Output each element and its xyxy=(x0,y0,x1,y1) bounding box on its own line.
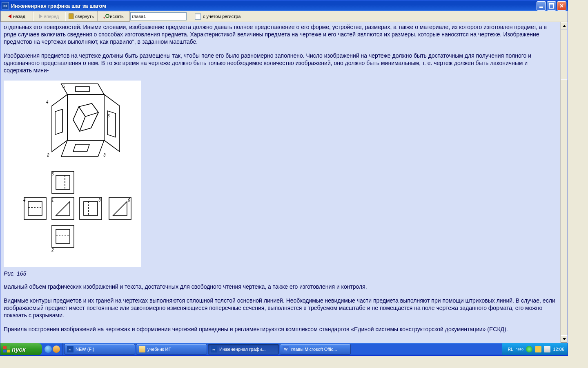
case-label: с учетом регистра xyxy=(203,14,241,19)
content-area: отдельных его поверхностей. Иными словам… xyxy=(0,22,568,343)
checkbox-icon[interactable] xyxy=(195,13,201,20)
back-label: назад xyxy=(13,14,25,19)
tray-removable-icon[interactable] xyxy=(544,346,550,352)
collapse-icon xyxy=(69,13,74,19)
task-label: Инжененрная графи... xyxy=(219,347,266,352)
search-label: искать xyxy=(110,14,123,19)
svg-line-10 xyxy=(79,107,85,117)
forward-label: вперед xyxy=(44,14,59,19)
title-bar: иг Инжененрная графика шаг за шагом ✕ xyxy=(0,0,568,11)
arrow-right-icon xyxy=(39,14,42,18)
chevron-up-icon xyxy=(563,25,566,27)
vertical-scrollbar[interactable] xyxy=(560,22,568,343)
svg-text:5: 5 xyxy=(51,172,54,176)
svg-marker-2 xyxy=(67,94,104,140)
svg-rect-1 xyxy=(76,87,89,92)
collapse-button[interactable]: свернуть xyxy=(65,11,98,22)
forward-button[interactable]: вперед xyxy=(33,11,65,22)
figure-caption: Рис. 165 xyxy=(4,270,557,278)
back-button[interactable]: назад xyxy=(0,11,33,22)
taskbar-task[interactable]: игNEW (F:) xyxy=(64,344,135,355)
svg-text:5: 5 xyxy=(62,84,65,89)
figure-165: 5 4 6 2 3 xyxy=(4,81,141,267)
system-tray: RL nero 12:06 xyxy=(502,343,568,355)
toolbar: назад вперед свернуть искать с учетом ре… xyxy=(0,11,568,22)
chevron-down-icon xyxy=(563,338,566,340)
tray-update-icon[interactable] xyxy=(526,346,532,352)
svg-text:4: 4 xyxy=(46,100,49,104)
svg-text:2: 2 xyxy=(51,248,54,252)
svg-marker-7 xyxy=(61,140,104,157)
start-label: пуск xyxy=(12,346,25,353)
maximize-button[interactable] xyxy=(547,1,556,11)
taskbar-tasks: игNEW (F:)учебник ИГигИнжененрная графи.… xyxy=(63,343,502,355)
svg-rect-8 xyxy=(73,144,89,152)
svg-rect-19 xyxy=(56,175,70,189)
language-indicator[interactable]: RL xyxy=(508,347,513,352)
task-label: учебник ИГ xyxy=(147,347,171,352)
arrow-left-icon xyxy=(8,14,11,18)
windows-logo-icon xyxy=(3,346,10,352)
svg-text:1: 1 xyxy=(51,198,54,202)
paragraph: мальный объем графических изображений и … xyxy=(4,283,557,291)
start-button[interactable]: пуск xyxy=(0,343,42,355)
document-content: отдельных его поверхностей. Иными словам… xyxy=(0,22,560,343)
svg-marker-3 xyxy=(52,94,67,152)
collapse-label: свернуть xyxy=(75,14,94,19)
task-label: главы Microsoft Offic... xyxy=(291,347,337,352)
app-icon: иг xyxy=(2,2,9,9)
svg-marker-5 xyxy=(104,94,120,152)
nero-label[interactable]: nero xyxy=(515,347,523,351)
paragraph: Правила построения изображений на чертеж… xyxy=(4,326,557,333)
scroll-thumb[interactable] xyxy=(561,30,568,80)
svg-marker-9 xyxy=(73,103,98,131)
taskbar-task[interactable]: Wглавы Microsoft Offic... xyxy=(280,344,351,355)
ie-icon[interactable] xyxy=(45,346,52,353)
tray-shield-icon[interactable] xyxy=(535,346,541,352)
taskbar-clock[interactable]: 12:06 xyxy=(553,347,564,352)
paragraph: отдельных его поверхностей. Иными словам… xyxy=(4,24,557,46)
svg-text:3: 3 xyxy=(103,153,106,157)
scroll-up-button[interactable] xyxy=(561,22,568,30)
minimize-button[interactable] xyxy=(537,1,546,11)
desktop-icon[interactable] xyxy=(53,346,60,353)
svg-marker-22 xyxy=(28,202,42,215)
svg-rect-21 xyxy=(24,197,46,220)
svg-marker-25 xyxy=(56,202,70,215)
app-window: иг Инжененрная графика шаг за шагом ✕ на… xyxy=(0,0,568,356)
taskbar: пуск игNEW (F:)учебник ИГигИнжененрная г… xyxy=(0,343,568,355)
taskbar-task[interactable]: игИнжененрная графи... xyxy=(208,344,279,355)
case-checkbox-wrap[interactable]: с учетом регистра xyxy=(195,11,241,22)
search-button[interactable]: искать xyxy=(97,11,130,22)
taskbar-task[interactable]: учебник ИГ xyxy=(136,344,207,355)
svg-text:2: 2 xyxy=(47,153,49,157)
scroll-down-button[interactable] xyxy=(561,335,568,343)
paragraph: Изображения предметов на чертеже должны … xyxy=(4,52,557,74)
quick-launch xyxy=(42,343,63,355)
close-button[interactable]: ✕ xyxy=(557,1,566,11)
scroll-track[interactable] xyxy=(561,30,568,335)
search-input[interactable] xyxy=(130,12,187,20)
svg-text:4: 4 xyxy=(23,198,26,202)
svg-marker-30 xyxy=(113,202,127,215)
svg-rect-32 xyxy=(56,229,70,243)
svg-text:3: 3 xyxy=(98,198,101,202)
paragraph: Видимые контуры предметов и их граней на… xyxy=(4,297,557,319)
svg-rect-27 xyxy=(84,202,98,215)
svg-rect-4 xyxy=(55,110,62,135)
svg-text:6: 6 xyxy=(128,198,130,202)
task-label: NEW (F:) xyxy=(76,347,94,352)
search-icon xyxy=(103,14,108,19)
svg-rect-18 xyxy=(52,171,74,193)
window-title: Инжененрная графика шаг за шагом xyxy=(11,3,536,9)
svg-rect-31 xyxy=(52,225,74,247)
svg-text:6: 6 xyxy=(107,114,110,118)
svg-line-12 xyxy=(80,117,85,131)
svg-marker-0 xyxy=(61,84,104,94)
